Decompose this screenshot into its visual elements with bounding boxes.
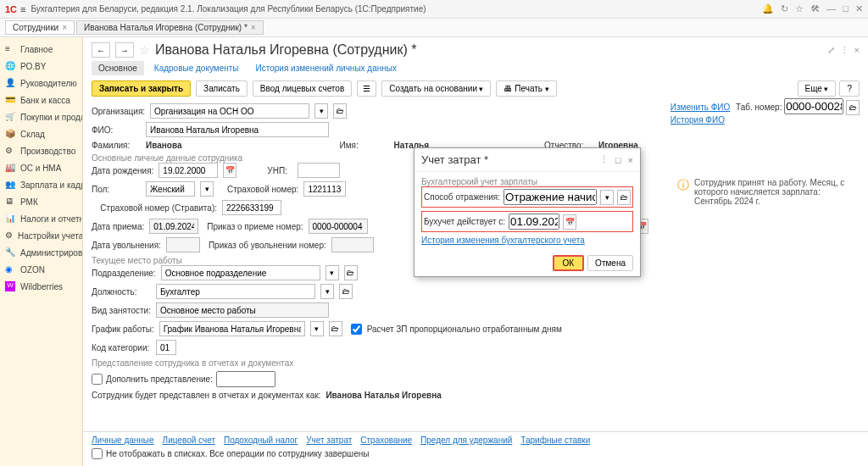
schedule-input[interactable] [159,321,305,336]
calendar-icon[interactable]: 📅 [223,163,236,178]
cancel-button[interactable]: Отмена [587,255,633,271]
nav-tax[interactable]: 📊Налоги и отчетность [0,210,82,227]
surname-label: Фамилия: [92,141,141,150]
subtab-history[interactable]: История изменений личных данных [249,61,403,75]
footer-costs[interactable]: Учет затрат [306,435,352,445]
footer-tax[interactable]: Подоходный налог [224,435,298,445]
hide-checkbox[interactable] [92,448,103,459]
dropdown-icon[interactable]: ▾ [326,265,339,280]
save-close-button[interactable]: Записать и закрыть [92,80,191,97]
subtab-main[interactable]: Основное [92,61,144,75]
create-base-button[interactable]: Создать на основании [381,80,491,97]
nav-settings[interactable]: ⚙Настройки учета [0,227,82,244]
history-fio-link[interactable]: История ФИО [670,115,725,125]
nav-admin[interactable]: 🔧Администрирование [0,244,82,261]
open-icon[interactable]: 🗁 [344,265,358,280]
footer-insurance[interactable]: Страхование [360,435,412,445]
nav-prod[interactable]: ⚙Производство [0,142,82,159]
schedule-checkbox[interactable] [351,324,362,335]
home-icon: ≡ [5,44,15,54]
tab-employees[interactable]: Сотрудники× [5,20,75,35]
favorite-icon[interactable]: ☆ [139,43,150,57]
unp-input[interactable] [298,163,340,178]
fio-label: ФИО: [92,125,141,135]
dialog-close-icon[interactable]: × [628,155,633,165]
nav-roby[interactable]: 🌐РО.BY [0,58,82,75]
hamburger-icon[interactable]: ≡ [20,4,25,14]
nav-main[interactable]: ≡Главное [0,41,82,58]
dropdown-icon[interactable]: ▾ [600,190,614,205]
nav-manager[interactable]: 👤Руководителю [0,75,82,92]
calendar-icon[interactable]: 📅 [563,214,576,230]
org-open-icon[interactable]: 🗁 [333,103,347,119]
nav-hr[interactable]: 👥Зарплата и кадры [0,176,82,193]
footer-account[interactable]: Лицевой счет [163,435,215,445]
back-button[interactable]: ← [92,42,110,58]
repr-checkbox[interactable] [92,374,103,385]
history-icon[interactable]: ↻ [781,3,788,14]
open-window-icon[interactable]: ⤢ [827,45,835,56]
open-icon[interactable]: 🗁 [329,321,342,336]
more-button[interactable]: Еще [798,80,837,97]
person-icon: 👤 [5,78,15,88]
nav-rmk[interactable]: 🖥РМК [0,193,82,210]
notif-icon[interactable]: 🔔 [762,3,774,14]
tab-close-icon[interactable]: × [251,23,256,32]
fire-input[interactable] [166,237,200,252]
ins-input[interactable] [303,181,346,197]
org-select[interactable] [150,103,309,119]
hire-input[interactable] [149,219,198,234]
options-icon[interactable]: ⋮ [840,45,849,56]
footer-limits[interactable]: Предел для удержаний [420,435,512,445]
fio-input[interactable] [146,122,329,137]
footer-rates[interactable]: Тарифные ставки [520,435,590,445]
open-icon[interactable]: 🗁 [339,284,353,299]
fire-order-input[interactable] [331,237,374,252]
date-input[interactable] [509,214,559,230]
org-dropdown-icon[interactable]: ▾ [314,103,328,119]
dialog-history-link[interactable]: История изменения бухгалтерского учета [421,236,585,245]
print-button[interactable]: 🖶 Печать [496,80,556,97]
dropdown-icon[interactable]: ▾ [310,321,324,336]
cat-input[interactable] [156,340,176,355]
list-icon-button[interactable]: ☰ [357,80,376,97]
ok-button[interactable]: ОК [553,255,585,271]
gear-icon: ⚙ [5,146,15,156]
nav-ozon[interactable]: ◉OZON [0,261,82,278]
dialog-max-icon[interactable]: □ [615,155,621,165]
minimize-icon[interactable]: — [826,3,836,14]
nav-trade[interactable]: 🛒Покупки и продажи [0,108,82,125]
ins2-input[interactable] [222,200,281,215]
tab-close-icon[interactable]: × [62,23,67,32]
save-button[interactable]: Записать [196,80,248,97]
accounts-button[interactable]: Ввод лицевых счетов [253,80,352,97]
dialog-options-icon[interactable]: ⋮ [599,154,609,165]
subtab-docs[interactable]: Кадровые документы [147,61,246,75]
tab-employee-card[interactable]: Иванова Наталья Игоревна (Сотрудник) *× [76,20,264,35]
nav-assets[interactable]: 🏭ОС и НМА [0,159,82,176]
tools-icon[interactable]: 🛠 [810,3,820,14]
nav-bank[interactable]: 💳Банк и касса [0,92,82,108]
open-icon[interactable]: 🗁 [846,100,860,115]
close-icon[interactable]: ✕ [855,3,863,14]
repr-input[interactable] [216,371,275,387]
pos-input[interactable] [156,284,315,299]
sex-select[interactable] [146,181,195,197]
maximize-icon[interactable]: □ [843,3,849,14]
fire-label: Дата увольнения: [92,241,161,250]
star-icon[interactable]: ☆ [795,3,804,14]
page-close-icon[interactable]: × [854,45,860,56]
change-fio-link[interactable]: Изменить ФИО [670,103,730,112]
dept-input[interactable] [161,265,320,280]
birth-input[interactable] [159,163,218,178]
nav-stock[interactable]: 📦Склад [0,125,82,142]
forward-button[interactable]: → [115,42,134,58]
open-icon[interactable]: 🗁 [617,190,631,205]
mode-input[interactable] [504,189,597,205]
hire-order-input[interactable] [309,219,368,234]
footer-personal[interactable]: Личные данные [92,435,154,445]
dropdown-icon[interactable]: ▾ [200,181,214,197]
nav-wb[interactable]: WWildberries [0,278,82,295]
help-button[interactable]: ? [839,80,860,97]
dropdown-icon[interactable]: ▾ [320,284,334,299]
